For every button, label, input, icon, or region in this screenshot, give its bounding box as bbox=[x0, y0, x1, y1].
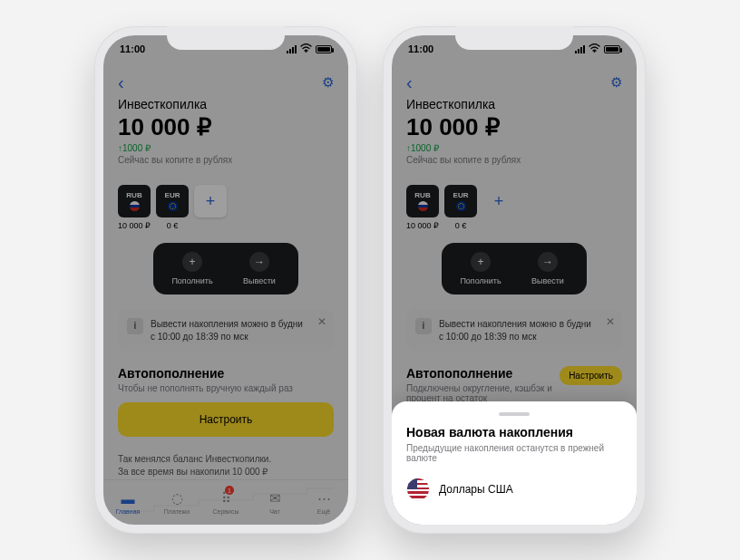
status-right bbox=[575, 43, 620, 54]
signal-icon bbox=[287, 45, 297, 53]
status-time: 11:00 bbox=[120, 43, 145, 54]
sheet-handle[interactable] bbox=[499, 412, 530, 416]
notch bbox=[455, 26, 573, 50]
wifi-icon bbox=[300, 43, 312, 54]
notch bbox=[167, 26, 285, 50]
screen-right: 11:00 ‹ ⚙ Инвесткопилка 10 000 ₽ ↑1000 ₽ bbox=[392, 35, 637, 525]
currency-option-usd[interactable]: Доллары США bbox=[406, 474, 622, 505]
flag-us-icon bbox=[406, 478, 430, 501]
screen-left: 11:00 ‹ ⚙ Инвесткопилка 10 000 ₽ ↑1000 ₽ bbox=[103, 35, 348, 525]
status-time: 11:00 bbox=[408, 43, 433, 54]
bottom-sheet: Новая валюта накопления Предыдущие накоп… bbox=[392, 401, 637, 525]
dim-overlay bbox=[103, 35, 348, 525]
signal-icon bbox=[575, 45, 585, 53]
phone-right: 11:00 ‹ ⚙ Инвесткопилка 10 000 ₽ ↑1000 ₽ bbox=[383, 26, 646, 534]
phone-left: 11:00 ‹ ⚙ Инвесткопилка 10 000 ₽ ↑1000 ₽ bbox=[94, 26, 357, 534]
status-right bbox=[287, 43, 332, 54]
battery-icon bbox=[316, 45, 332, 53]
battery-icon bbox=[604, 45, 620, 53]
option-label: Доллары США bbox=[439, 483, 513, 496]
svg-point-1 bbox=[594, 51, 596, 53]
sheet-subtitle: Предыдущие накопления останутся в прежне… bbox=[406, 443, 622, 463]
svg-point-0 bbox=[306, 51, 307, 53]
stage: 11:00 ‹ ⚙ Инвесткопилка 10 000 ₽ ↑1000 ₽ bbox=[0, 0, 740, 560]
wifi-icon bbox=[589, 43, 600, 54]
sheet-title: Новая валюта накопления bbox=[406, 425, 622, 439]
